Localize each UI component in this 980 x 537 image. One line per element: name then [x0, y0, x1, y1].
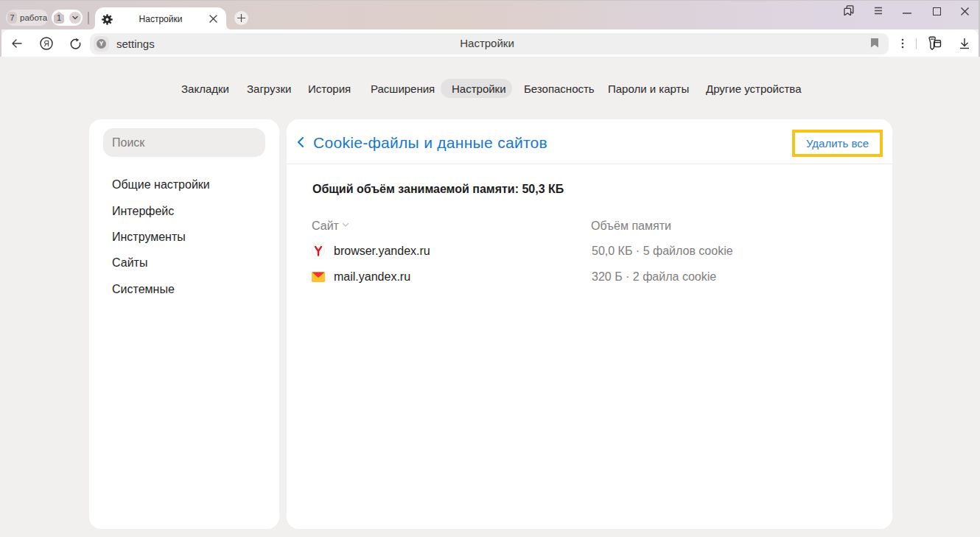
svg-text:Я: Я: [43, 39, 49, 48]
